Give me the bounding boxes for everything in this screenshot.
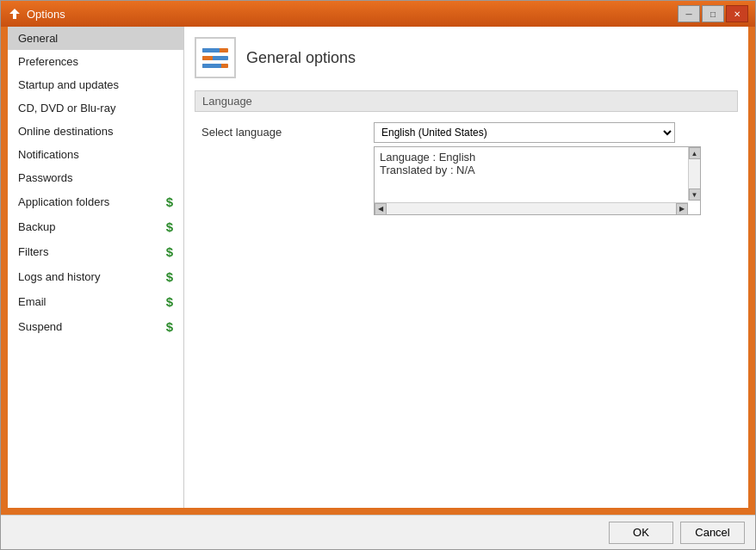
lang-info-line2: Translated by : N/A bbox=[380, 164, 681, 176]
svg-rect-4 bbox=[202, 56, 213, 60]
sidebar-item-label: Logs and history bbox=[18, 270, 100, 283]
vertical-scrollbar[interactable]: ▲ ▼ bbox=[688, 147, 700, 201]
dollar-icon: $ bbox=[166, 294, 173, 309]
sidebar-item-label: Notifications bbox=[18, 148, 79, 161]
horizontal-scrollbar[interactable]: ◀ ▶ bbox=[375, 202, 688, 214]
dollar-icon: $ bbox=[166, 195, 173, 209]
sidebar-item-label: Startup and updates bbox=[18, 78, 119, 91]
page-header: General options bbox=[195, 37, 738, 78]
language-control-group: English (United States) French German Sp… bbox=[374, 122, 731, 215]
sidebar-item-suspend[interactable]: Suspend $ bbox=[8, 314, 183, 339]
sidebar-item-label: Email bbox=[18, 295, 46, 308]
lang-info-line1: Language : English bbox=[380, 151, 681, 164]
title-bar-left: Options bbox=[8, 7, 65, 21]
section-label: Language bbox=[202, 95, 252, 108]
select-language-label: Select language bbox=[201, 122, 374, 139]
close-button[interactable]: ✕ bbox=[726, 5, 748, 22]
dollar-icon: $ bbox=[166, 244, 173, 259]
language-select[interactable]: English (United States) French German Sp… bbox=[374, 122, 675, 143]
svg-rect-6 bbox=[202, 64, 221, 68]
sidebar-item-label: Filters bbox=[18, 245, 48, 258]
sidebar-item-label: General bbox=[18, 32, 58, 45]
sidebar-item-passwords[interactable]: Passwords bbox=[8, 166, 183, 189]
sidebar-item-label: Preferences bbox=[18, 55, 78, 68]
window-title: Options bbox=[27, 8, 65, 21]
main-content: General options Language Select language… bbox=[184, 27, 748, 508]
sidebar-item-email[interactable]: Email $ bbox=[8, 289, 183, 314]
sidebar-item-label: Application folders bbox=[18, 195, 109, 208]
restore-button[interactable]: □ bbox=[702, 5, 724, 22]
page-title: General options bbox=[246, 49, 356, 67]
window-footer: OK Cancel bbox=[1, 515, 755, 549]
language-section-header: Language bbox=[195, 90, 738, 112]
sidebar-item-app-folders[interactable]: Application folders $ bbox=[8, 189, 183, 214]
sidebar-item-logs[interactable]: Logs and history $ bbox=[8, 264, 183, 289]
sidebar-item-filters[interactable]: Filters $ bbox=[8, 239, 183, 264]
sidebar-item-backup[interactable]: Backup $ bbox=[8, 214, 183, 239]
sidebar-item-startup[interactable]: Startup and updates bbox=[8, 73, 183, 96]
sidebar-item-preferences[interactable]: Preferences bbox=[8, 50, 183, 73]
sidebar-item-label: Backup bbox=[18, 220, 55, 233]
sidebar-item-label: Suspend bbox=[18, 320, 62, 333]
svg-marker-0 bbox=[9, 9, 20, 19]
scroll-up-button[interactable]: ▲ bbox=[689, 147, 701, 159]
sidebar-item-online[interactable]: Online destinations bbox=[8, 120, 183, 143]
sidebar-item-notifications[interactable]: Notifications bbox=[8, 143, 183, 166]
sidebar-item-label: CD, DVD or Blu-ray bbox=[18, 102, 115, 114]
sidebar-item-general[interactable]: General bbox=[8, 27, 183, 50]
dollar-icon: $ bbox=[166, 319, 173, 334]
title-bar-controls: ─ □ ✕ bbox=[678, 5, 748, 22]
options-window: Options ─ □ ✕ General Preferences Startu… bbox=[0, 0, 756, 550]
sidebar-item-label: Online destinations bbox=[18, 125, 114, 138]
dollar-icon: $ bbox=[166, 269, 173, 284]
cancel-button[interactable]: Cancel bbox=[680, 522, 745, 544]
title-bar: Options ─ □ ✕ bbox=[1, 1, 755, 27]
dollar-icon: $ bbox=[166, 219, 173, 234]
page-icon-box bbox=[195, 37, 236, 78]
scroll-right-button[interactable]: ▶ bbox=[676, 203, 688, 215]
select-language-row: Select language English (United States) … bbox=[195, 122, 738, 215]
sidebar: General Preferences Startup and updates … bbox=[8, 27, 184, 508]
scroll-left-button[interactable]: ◀ bbox=[375, 203, 387, 215]
scroll-down-button[interactable]: ▼ bbox=[689, 188, 701, 201]
general-options-icon bbox=[199, 41, 232, 74]
sidebar-item-label: Passwords bbox=[18, 171, 73, 184]
svg-rect-2 bbox=[202, 48, 220, 53]
language-info-box: Language : English Translated by : N/A ▲… bbox=[374, 146, 701, 215]
sidebar-item-cd-dvd[interactable]: CD, DVD or Blu-ray bbox=[8, 96, 183, 120]
app-icon bbox=[8, 7, 22, 21]
minimize-button[interactable]: ─ bbox=[678, 5, 700, 22]
window-body: General Preferences Startup and updates … bbox=[1, 27, 755, 515]
ok-button[interactable]: OK bbox=[609, 522, 673, 544]
